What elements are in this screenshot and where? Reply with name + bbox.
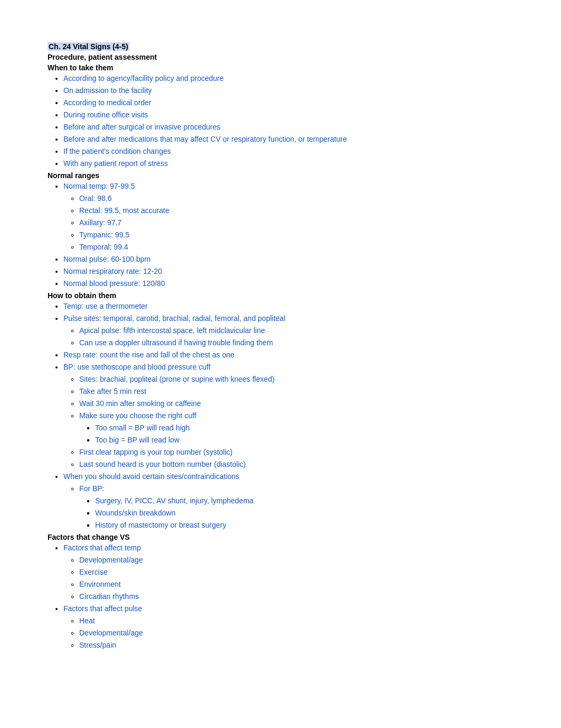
list-item: According to medical order <box>63 97 519 108</box>
bp-subitems: Sites: brachial, popliteal (prone or sup… <box>63 374 519 470</box>
section-when: When to take them According to agency/fa… <box>48 63 519 169</box>
cuff-subitems: Too small = BP will read high Too big = … <box>79 422 519 446</box>
list-item: Wait 30 min after smoking or caffeine <box>79 398 519 409</box>
list-item: Sites: brachial, popliteal (prone or sup… <box>79 374 519 385</box>
list-item: Developmental/age <box>79 628 519 639</box>
list-item: For BP: Surgery, IV, PICC, AV shunt, inj… <box>79 483 519 531</box>
section-how-to-obtain-header: How to obtain them <box>48 291 519 300</box>
for-bp-subitems: Surgery, IV, PICC, AV shunt, injury, lym… <box>79 495 519 531</box>
list-item: Axillary: 97.7 <box>79 217 519 228</box>
pulse-factors-subitems: Heat Developmental/age Stress/pain <box>63 615 519 651</box>
section-factors-header: Factors that change VS <box>48 533 519 541</box>
factors-list: Factors that affect temp Developmental/a… <box>48 542 519 651</box>
list-item: Environment <box>79 579 519 590</box>
when-list: According to agency/facility policy and … <box>48 73 519 169</box>
page-container: Ch. 24 Vital Signs (4-5) Procedure, pati… <box>48 42 519 651</box>
list-item: Oral: 98.6 <box>79 193 519 204</box>
list-item: Normal respiratory rate: 12-20 <box>63 266 519 277</box>
list-item: Make sure you choose the right cuff Too … <box>79 410 519 446</box>
normal-ranges-list: Normal temp: 97-99.5 Oral: 98.6 Rectal: … <box>48 181 519 289</box>
list-item: Wounds/skin breakdown <box>95 508 519 519</box>
list-item: On admission to the facility <box>63 85 519 96</box>
list-item: With any patient report of stress <box>63 158 519 169</box>
page-subtitle: Procedure, patient assessment <box>48 53 519 61</box>
section-how-to-obtain: How to obtain them Temp: use a thermomet… <box>48 291 519 531</box>
page-title: Ch. 24 Vital Signs (4-5) <box>48 42 519 51</box>
list-item: Factors that affect temp Developmental/a… <box>63 542 519 602</box>
list-item: Too big = BP will read low <box>95 435 519 446</box>
section-normal-ranges-header: Normal ranges <box>48 171 519 180</box>
list-item: Tympanic: 99.5 <box>79 229 519 241</box>
contraindications-subitems: For BP: Surgery, IV, PICC, AV shunt, inj… <box>63 483 519 531</box>
section-when-header: When to take them <box>48 63 519 72</box>
list-item: Apical pulse: fifth intercostal space, l… <box>79 325 519 336</box>
list-item: During routine office visits <box>63 109 519 121</box>
section-normal-ranges: Normal ranges Normal temp: 97-99.5 Oral:… <box>48 171 519 289</box>
list-item: Take after 5 min rest <box>79 386 519 397</box>
list-item: Normal temp: 97-99.5 Oral: 98.6 Rectal: … <box>63 181 519 253</box>
list-item: Stress/pain <box>79 640 519 651</box>
temp-subitems: Oral: 98.6 Rectal: 99.5, most accurate A… <box>63 193 519 253</box>
list-item: Pulse sites: temporal, carotid, brachial… <box>63 313 519 348</box>
pulse-subitems: Apical pulse: fifth intercostal space, l… <box>63 325 519 348</box>
list-item: If the patient's condition changes <box>63 146 519 157</box>
list-item: Too small = BP will read high <box>95 422 519 434</box>
list-item: Last sound heard is your bottom number (… <box>79 459 519 470</box>
list-item: Before and after surgical or invasive pr… <box>63 122 519 133</box>
list-item: BP: use stethoscope and blood pressure c… <box>63 362 519 470</box>
list-item: Before and after medications that may af… <box>63 134 519 145</box>
list-item: Surgery, IV, PICC, AV shunt, injury, lym… <box>95 495 519 506</box>
temp-factors-subitems: Developmental/age Exercise Environment C… <box>63 555 519 602</box>
list-item: Rectal: 99.5, most accurate <box>79 205 519 216</box>
list-item: Resp rate: count the rise and fall of th… <box>63 349 519 361</box>
list-item: Temporal: 99.4 <box>79 242 519 253</box>
title-text: Ch. 24 Vital Signs (4-5) <box>48 42 129 51</box>
list-item: First clear tapping is your top number (… <box>79 447 519 458</box>
list-item: Exercise <box>79 567 519 578</box>
list-item: Circadian rhythms <box>79 591 519 602</box>
section-factors: Factors that change VS Factors that affe… <box>48 533 519 651</box>
list-item: Normal blood pressure: 120/80 <box>63 278 519 289</box>
list-item: Heat <box>79 615 519 626</box>
list-item: According to agency/facility policy and … <box>63 73 519 84</box>
list-item: Factors that affect pulse Heat Developme… <box>63 603 519 651</box>
list-item: Temp: use a thermometer <box>63 301 519 312</box>
list-item: When you should avoid certain sites/cont… <box>63 471 519 531</box>
list-item: Can use a doppler ultrasound if having t… <box>79 337 519 348</box>
how-to-list: Temp: use a thermometer Pulse sites: tem… <box>48 301 519 531</box>
list-item: History of mastectomy or breast surgery <box>95 520 519 531</box>
list-item: Developmental/age <box>79 555 519 566</box>
list-item: Normal pulse: 60-100 bpm <box>63 254 519 265</box>
